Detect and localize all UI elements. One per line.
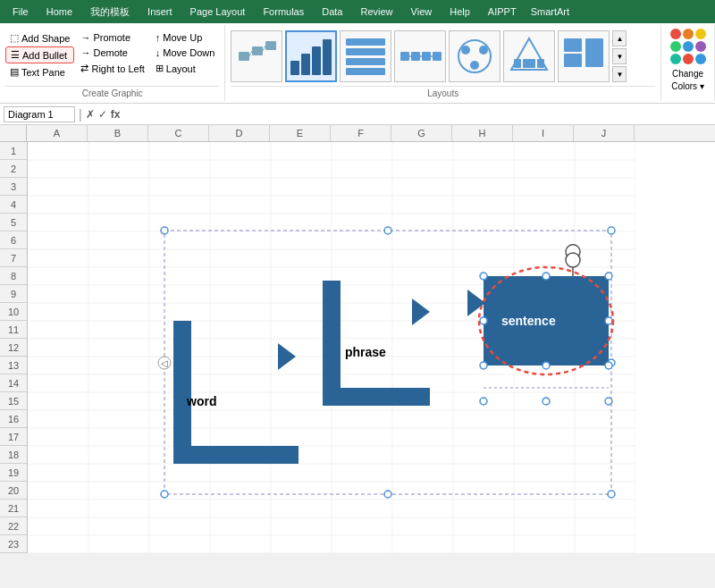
row-header-18[interactable]: 18 bbox=[0, 446, 27, 464]
row-header-4[interactable]: 4 bbox=[0, 196, 27, 214]
promote-icon: → bbox=[80, 32, 90, 43]
col-header-b[interactable]: B bbox=[88, 125, 148, 141]
smartart-canvas[interactable]: word phrase sentence bbox=[28, 142, 635, 553]
tab-file[interactable]: File bbox=[4, 3, 38, 21]
svg-point-84 bbox=[543, 362, 550, 369]
svg-point-85 bbox=[480, 362, 487, 369]
svg-rect-73 bbox=[173, 446, 299, 464]
col-header-e[interactable]: E bbox=[270, 125, 331, 141]
svg-rect-28 bbox=[564, 38, 582, 52]
row-header-12[interactable]: 12 bbox=[0, 339, 27, 357]
layout-item-1[interactable] bbox=[231, 30, 282, 82]
tab-formulas[interactable]: Formulas bbox=[254, 3, 313, 21]
svg-text:◁: ◁ bbox=[161, 358, 168, 368]
layouts-label: Layouts bbox=[231, 86, 655, 101]
tab-pagelayout[interactable]: Page Layout bbox=[181, 3, 255, 21]
tab-help[interactable]: Help bbox=[441, 3, 479, 21]
right-to-left-button[interactable]: ⇄ Right to Left bbox=[76, 61, 148, 76]
layout-item-6[interactable] bbox=[503, 30, 555, 82]
layout-scroll-down[interactable]: ▼ bbox=[612, 48, 627, 64]
change-colors-button[interactable]: Change Colors ▾ bbox=[667, 67, 709, 93]
color-dot-7 bbox=[670, 54, 681, 64]
add-buttons-col: ⬚ Add Shape ☰ Add Bullet ▤ Text Pane bbox=[5, 30, 74, 80]
color-dot-5 bbox=[683, 41, 694, 52]
layout-item-4[interactable] bbox=[394, 30, 446, 82]
add-shape-button[interactable]: ⬚ Add Shape bbox=[5, 30, 74, 46]
demote-button[interactable]: → Demote bbox=[76, 46, 148, 60]
name-box[interactable] bbox=[4, 106, 75, 122]
svg-rect-2 bbox=[265, 41, 276, 50]
row-header-6[interactable]: 6 bbox=[0, 231, 27, 249]
color-dot-6 bbox=[695, 41, 706, 52]
layout-button[interactable]: ⊞ Layout bbox=[151, 61, 220, 76]
formula-input[interactable] bbox=[123, 109, 711, 120]
layout-item-5[interactable] bbox=[449, 30, 500, 82]
row-header-22[interactable]: 22 bbox=[0, 517, 27, 535]
layout-item-7[interactable] bbox=[558, 30, 610, 82]
row-header-2[interactable]: 2 bbox=[0, 160, 27, 178]
col-header-c[interactable]: C bbox=[148, 125, 209, 141]
svg-rect-7 bbox=[312, 46, 321, 75]
tab-aippt[interactable]: AIPPT bbox=[479, 3, 526, 21]
move-up-button[interactable]: ↑ Move Up bbox=[151, 30, 220, 45]
row-header-16[interactable]: 16 bbox=[0, 410, 27, 428]
col-header-g[interactable]: G bbox=[391, 125, 452, 141]
layout-item-3[interactable] bbox=[340, 30, 391, 82]
svg-rect-27 bbox=[537, 59, 544, 68]
row-header-14[interactable]: 14 bbox=[0, 374, 27, 392]
svg-rect-13 bbox=[400, 52, 409, 61]
svg-point-71 bbox=[608, 491, 615, 498]
row-header-5[interactable]: 5 bbox=[0, 214, 27, 231]
layout-item-2[interactable] bbox=[285, 30, 337, 82]
col-header-a[interactable]: A bbox=[27, 125, 88, 141]
row-header-1[interactable]: 1 bbox=[0, 142, 27, 160]
row-header-13[interactable]: 13 bbox=[0, 357, 27, 374]
ribbon-tabs: File Home 我的模板 Insert Page Layout Formul… bbox=[0, 0, 715, 23]
col-header-f[interactable]: F bbox=[331, 125, 391, 141]
row-header-9[interactable]: 9 bbox=[0, 285, 27, 303]
row-header-15[interactable]: 15 bbox=[0, 392, 27, 410]
col-header-j[interactable]: J bbox=[574, 125, 635, 141]
row-header-17[interactable]: 17 bbox=[0, 428, 27, 446]
add-shape-icon: ⬚ bbox=[10, 32, 19, 44]
text-pane-button[interactable]: ▤ Text Pane bbox=[5, 64, 74, 80]
svg-rect-29 bbox=[564, 54, 582, 67]
tab-mytemplate[interactable]: 我的模板 bbox=[81, 2, 139, 22]
row-header-3[interactable]: 3 bbox=[0, 178, 27, 196]
layout-scroll-more[interactable]: ▼ bbox=[612, 66, 627, 82]
formula-function[interactable]: fx bbox=[111, 108, 121, 121]
move-down-button[interactable]: ↓ Move Down bbox=[151, 46, 220, 60]
spreadsheet: A B C D E F G H I J 1 2 3 4 5 6 7 8 9 10… bbox=[0, 125, 715, 553]
sentence-label: sentence bbox=[501, 314, 556, 328]
add-bullet-button[interactable]: ☰ Add Bullet bbox=[5, 46, 74, 63]
row-header-7[interactable]: 7 bbox=[0, 249, 27, 267]
phrase-label: phrase bbox=[345, 345, 386, 359]
row-header-20[interactable]: 20 bbox=[0, 482, 27, 500]
svg-rect-12 bbox=[346, 68, 385, 75]
row-header-11[interactable]: 11 bbox=[0, 321, 27, 339]
row-header-23[interactable]: 23 bbox=[0, 535, 27, 553]
row-header-8[interactable]: 8 bbox=[0, 267, 27, 285]
tab-smartart[interactable]: SmartArt bbox=[526, 4, 575, 19]
tab-view[interactable]: View bbox=[402, 3, 442, 21]
col-header-h[interactable]: H bbox=[452, 125, 513, 141]
svg-point-82 bbox=[605, 317, 612, 324]
svg-rect-25 bbox=[523, 59, 535, 68]
tab-home[interactable]: Home bbox=[38, 3, 81, 21]
col-header-d[interactable]: D bbox=[209, 125, 270, 141]
color-dots-grid bbox=[670, 29, 706, 64]
formula-cancel[interactable]: ✗ bbox=[86, 108, 95, 121]
promote-button[interactable]: → Promote bbox=[76, 30, 148, 45]
row-header-10[interactable]: 10 bbox=[0, 303, 27, 321]
svg-point-67 bbox=[608, 227, 615, 234]
row-header-19[interactable]: 19 bbox=[0, 464, 27, 482]
row-header-21[interactable]: 21 bbox=[0, 500, 27, 517]
col-header-i[interactable]: I bbox=[513, 125, 574, 141]
tab-data[interactable]: Data bbox=[313, 3, 351, 21]
tab-insert[interactable]: Insert bbox=[139, 3, 181, 21]
tab-review[interactable]: Review bbox=[351, 3, 401, 21]
svg-rect-5 bbox=[290, 61, 299, 75]
layout-scroll-up[interactable]: ▲ bbox=[612, 30, 627, 46]
layouts-section: ▲ ▼ ▼ Layouts bbox=[225, 25, 661, 101]
formula-confirm[interactable]: ✓ bbox=[98, 108, 107, 121]
